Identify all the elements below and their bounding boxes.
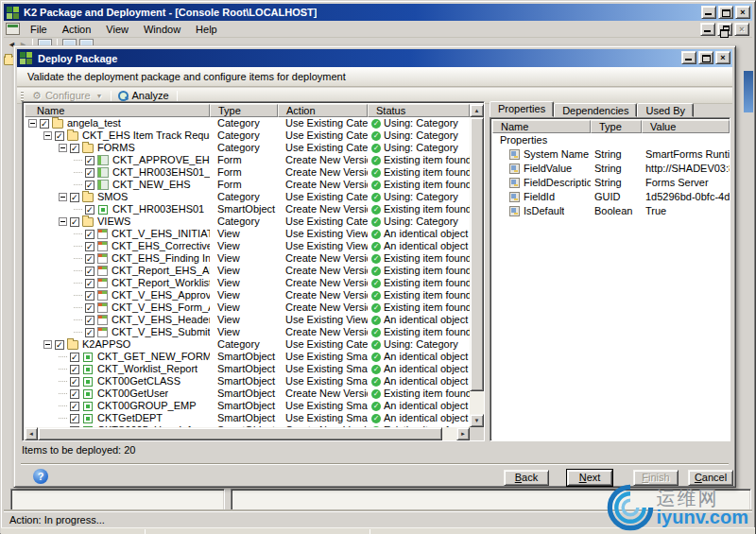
dialog-maximize-icon[interactable] — [698, 51, 713, 64]
checkbox-checked[interactable] — [70, 217, 79, 227]
analyze-button[interactable]: Analyze — [113, 89, 175, 102]
tree-row[interactable]: CKTGetDEPTSmartObjectUse Existing SmartO… — [25, 412, 470, 424]
tree-row[interactable]: K2APPSOCategoryUse Existing Category✓Usi… — [25, 338, 470, 351]
checkbox-checked[interactable] — [85, 267, 94, 276]
tree-row[interactable]: CKT_HR003EHS01SmartObjectCreate New Vers… — [25, 203, 470, 215]
vertical-scroll-thumb[interactable] — [470, 117, 484, 391]
horizontal-scrollbar[interactable]: ◄ ► — [25, 427, 470, 440]
tree-row-type-cell: View — [210, 301, 278, 314]
checkbox-checked[interactable] — [40, 119, 49, 129]
tree-row[interactable]: CKT00GetCLASSSmartObjectUse Existing Sma… — [25, 375, 470, 388]
tree-row[interactable]: CKT_NEW_EHSFormCreate New Version ...✓Ex… — [25, 179, 470, 191]
tree-row[interactable]: SMOSCategoryUse Existing Category✓Using:… — [25, 191, 470, 203]
checkbox-checked[interactable] — [85, 316, 94, 325]
checkbox-checked[interactable] — [70, 353, 79, 362]
checkbox-checked[interactable] — [70, 377, 79, 387]
checkbox-checked[interactable] — [85, 291, 94, 301]
tree-row[interactable]: CKT_V_EHS_HeaderViewUse Existing View✓An… — [25, 314, 470, 326]
menu-item-help[interactable]: Help — [188, 22, 225, 37]
checkbox-checked[interactable] — [85, 156, 94, 165]
toolbar-grip[interactable] — [21, 91, 24, 101]
checkbox-checked[interactable] — [85, 168, 94, 178]
property-row[interactable]: FieldValueStringhttp://SHADEV03:81/Runti… — [492, 162, 730, 176]
scroll-down-icon[interactable]: ▼ — [470, 414, 484, 427]
dialog-close-icon[interactable]: × — [715, 51, 730, 64]
tree-row[interactable]: CKT_V_EHS_SubmitpanelViewCreate New Vers… — [25, 326, 470, 338]
checkbox-checked[interactable] — [70, 389, 79, 399]
mdi-restore-icon[interactable] — [717, 23, 732, 36]
column-header-type[interactable]: Type — [210, 104, 278, 117]
checkbox-checked[interactable] — [85, 230, 94, 239]
menu-item-window[interactable]: Window — [136, 22, 188, 37]
help-icon[interactable]: ? — [33, 469, 48, 484]
tree-row[interactable]: CKT_V_EHS_ApprovalPanelViewCreate New Ve… — [25, 289, 470, 301]
console-system-icon[interactable] — [6, 23, 20, 35]
properties-column-header-value[interactable]: Value — [642, 120, 730, 133]
menu-item-view[interactable]: View — [98, 22, 136, 37]
property-row[interactable]: FieldDescriptionStringForms Server — [492, 176, 730, 190]
back-button[interactable]: Back — [504, 470, 549, 486]
tree-row[interactable]: CKT00GROUP_EMPSmartObjectUse Existing Sm… — [25, 400, 470, 412]
checkbox-checked[interactable] — [70, 402, 79, 411]
tree-row[interactable]: CKT_GET_NEW_FORMNOSmartObjectUse Existin… — [25, 351, 470, 363]
property-row[interactable]: FieldIdGUID1d5296bd-0bfc-4da3-9c11-d4 — [492, 190, 730, 204]
tree-expander-icon[interactable] — [28, 119, 37, 128]
checkbox-checked[interactable] — [55, 131, 64, 141]
checkbox-checked[interactable] — [85, 205, 94, 215]
mdi-close-icon[interactable]: × — [734, 23, 749, 36]
minimize-icon[interactable] — [701, 6, 716, 19]
properties-column-header-type[interactable]: Type — [591, 120, 642, 133]
checkbox-checked[interactable] — [85, 328, 94, 337]
tree-row[interactable]: CKT_Report_Worklist_EHSViewCreate New Ve… — [25, 277, 470, 289]
checkbox-checked[interactable] — [85, 279, 94, 288]
checkbox-checked[interactable] — [70, 144, 79, 153]
tree-row[interactable]: CKT_HR003EHS01_ALL_...FormCreate New Ver… — [25, 166, 470, 179]
maximize-icon[interactable] — [718, 6, 733, 19]
scroll-right-icon[interactable]: ► — [456, 427, 470, 440]
property-row[interactable]: System NameStringSmartForms Runtime 1 — [492, 147, 730, 162]
tree-expander-icon[interactable] — [43, 340, 52, 349]
checkbox-checked[interactable] — [70, 365, 79, 374]
tree-row[interactable]: CKT_EHS Item Track RequestCategoryUse Ex… — [25, 129, 470, 142]
checkbox-checked[interactable] — [85, 303, 94, 313]
checkbox-checked[interactable] — [70, 414, 79, 423]
menu-item-file[interactable]: File — [23, 22, 55, 37]
menu-item-action[interactable]: Action — [55, 22, 99, 37]
tree-row[interactable]: angela_testCategoryUse Existing Category… — [25, 117, 470, 129]
tree-expander-icon[interactable] — [43, 131, 52, 140]
tree-row[interactable]: CKT_V_EHS_Form_Actio...ViewCreate New Ve… — [25, 301, 470, 314]
checkbox-checked[interactable] — [85, 254, 94, 264]
scroll-up-icon[interactable]: ▲ — [470, 104, 484, 117]
scroll-left-icon[interactable]: ◄ — [25, 427, 38, 440]
checkbox-checked[interactable] — [85, 242, 94, 251]
configure-button[interactable]: ⚙ Configure ▼ — [28, 89, 109, 102]
property-row[interactable]: IsDefaultBooleanTrue — [492, 204, 730, 218]
tree-row[interactable]: CKT_EHS_Corrective Act...ViewUse Existin… — [25, 240, 470, 252]
tree-row[interactable]: FORMSCategoryUse Existing Category✓Using… — [25, 142, 470, 154]
checkbox-checked[interactable] — [55, 340, 64, 350]
tree-row[interactable]: VIEWSCategoryUse Existing Category✓Using… — [25, 215, 470, 228]
tree-expander-icon[interactable] — [59, 193, 67, 201]
column-header-action[interactable]: Action — [278, 104, 368, 117]
mdi-minimize-icon[interactable] — [700, 23, 715, 36]
tree-row[interactable]: CKT_EHS_Finding Inform...ViewCreate New … — [25, 252, 470, 265]
checkbox-checked[interactable] — [70, 193, 79, 202]
tree-row[interactable]: CKT_APPROVE_EHSFormCreate New Version ..… — [25, 154, 470, 166]
tree-row[interactable]: CKT00GetUserSmartObjectCreate New Versio… — [25, 388, 470, 400]
column-header-status[interactable]: Status — [368, 104, 470, 117]
properties-column-header-name[interactable]: Name — [492, 120, 591, 133]
tab-dependencies[interactable]: Dependencies — [554, 103, 637, 117]
vertical-scrollbar[interactable]: ▲ ▼ — [470, 104, 484, 427]
checkbox-checked[interactable] — [85, 181, 94, 190]
dialog-minimize-icon[interactable] — [681, 51, 696, 64]
tree-expander-icon[interactable] — [59, 144, 67, 152]
column-header-name[interactable]: Name — [25, 104, 210, 117]
tab-used-by[interactable]: Used By — [637, 103, 694, 117]
horizontal-scroll-thumb[interactable] — [38, 427, 442, 440]
tree-row[interactable]: CKT_V_EHS_INITIATORViewUse Existing View… — [25, 228, 470, 240]
tab-properties[interactable]: Properties — [490, 101, 554, 117]
close-icon[interactable]: × — [735, 6, 750, 19]
tree-row[interactable]: CKT_Report_EHS_ALLViewCreate New Version… — [25, 265, 470, 277]
tree-row[interactable]: CKT_Worklist_ReportSmartObjectUse Existi… — [25, 363, 470, 375]
tree-expander-icon[interactable] — [59, 217, 67, 226]
